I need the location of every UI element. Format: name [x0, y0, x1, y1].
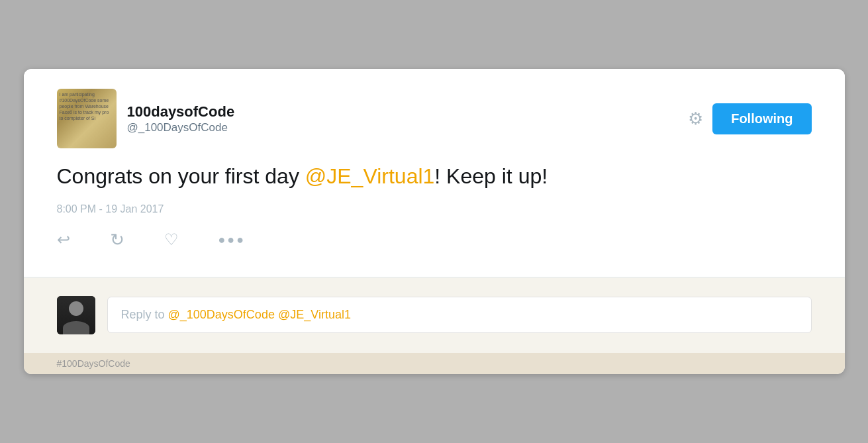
reply-placeholder-prefix: Reply to: [121, 308, 168, 321]
reply-placeholder-mention1: @_100DaysOfCode: [168, 308, 275, 321]
reply-input[interactable]: Reply to @_100DaysOfCode @JE_Virtual1: [107, 297, 812, 333]
tweet-body: Congrats on your first day @JE_Virtual1!…: [57, 162, 812, 191]
user-handle[interactable]: @_100DaysOfCode: [127, 121, 235, 134]
reply-avatar: [57, 296, 95, 334]
tweet-text-prefix: Congrats on your first day: [57, 164, 305, 188]
tweet-header-right: ⚙ Following: [688, 103, 811, 134]
following-button[interactable]: Following: [712, 103, 811, 134]
retweet-icon[interactable]: ↺: [110, 230, 124, 250]
tweet-header: I am participating #100DaysOfCode some p…: [57, 89, 812, 148]
user-name[interactable]: 100daysofCode: [127, 103, 235, 122]
like-icon[interactable]: ♡: [164, 230, 179, 249]
tweet-card: I am participating #100DaysOfCode some p…: [24, 69, 845, 374]
tweet-actions: ↩ ↺ ♡ ●●●: [57, 230, 812, 264]
gear-icon[interactable]: ⚙: [688, 109, 703, 129]
tweet-header-left: I am participating #100DaysOfCode some p…: [57, 89, 235, 148]
bottom-bar: #100DaysOfCode: [24, 353, 845, 374]
reply-avatar-image: [57, 296, 95, 334]
reply-section: Reply to @_100DaysOfCode @JE_Virtual1: [24, 277, 845, 353]
avatar: I am participating #100DaysOfCode some p…: [57, 89, 117, 148]
more-icon[interactable]: ●●●: [218, 233, 246, 247]
user-info: 100daysofCode @_100DaysOfCode: [127, 103, 235, 135]
tweet-text-suffix: ! Keep it up!: [434, 164, 548, 188]
reply-placeholder-mention2: @JE_Virtual1: [278, 308, 351, 321]
tweet-main-section: I am participating #100DaysOfCode some p…: [24, 69, 845, 277]
tweet-timestamp: 8:00 PM - 19 Jan 2017: [57, 203, 812, 215]
reply-icon[interactable]: ↩: [57, 230, 70, 249]
tweet-mention[interactable]: @JE_Virtual1: [305, 164, 435, 188]
hashtag-label: #100DaysOfCode: [57, 358, 130, 369]
